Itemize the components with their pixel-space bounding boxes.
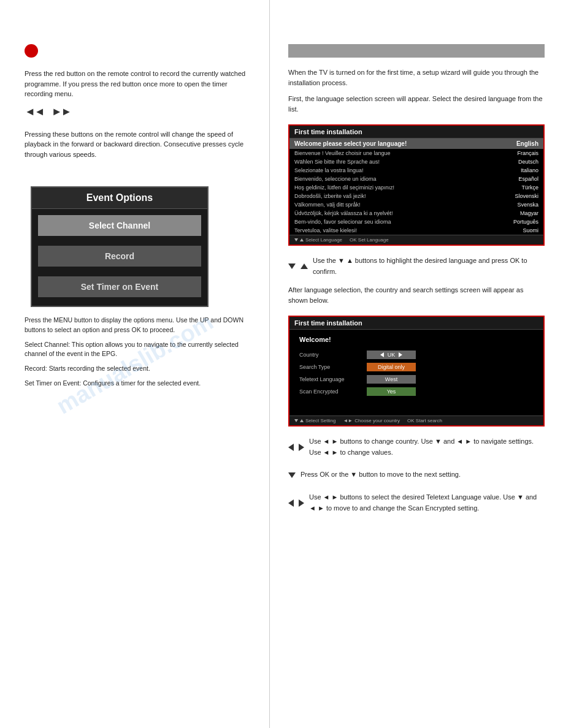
lang-prompt: Bienvenue ! Veuillez choisir une langue xyxy=(289,149,487,157)
list-item: Wählen Sie bitte Ihre Sprache aus! Deuts… xyxy=(289,157,543,166)
lang-prompt: Hoş geldiniz, lütfen dil seçiminizi yapı… xyxy=(289,183,487,192)
language-selection-screen: First time installation Welcome please s… xyxy=(288,124,545,246)
right-column: When the TV is turned on for the first t… xyxy=(270,0,563,728)
right-para3: After language selection, the country an… xyxy=(288,285,545,305)
footer-select-setting: Select Setting xyxy=(294,418,335,423)
nav-arrows-row-3: Press OK or the ▼ button to move to the … xyxy=(288,469,545,480)
lang-name: Svenska xyxy=(487,200,543,209)
lang-name: Deutsch xyxy=(487,157,543,166)
list-item: Dobrodošli, izberite vaš jezik! Slovensk… xyxy=(289,192,543,200)
nav-instruction-1: Use the ▼ ▲ buttons to highlight the des… xyxy=(313,256,545,277)
welcome-screen-footer: Select Setting ◄► Choose your country OK… xyxy=(289,415,543,425)
setting-row-country: Country UK xyxy=(299,351,534,359)
event-options-items: Select Channel Record Set Timer on Event xyxy=(32,209,207,306)
left-column: Press the red button on the remote contr… xyxy=(0,0,270,728)
footer-select-setting-label: Select Setting xyxy=(305,418,335,423)
right-intro-para2: First, the language selection screen wil… xyxy=(288,94,545,114)
list-item: Bem-vindo, favor selecionar seu idioma P… xyxy=(289,218,543,226)
lang-value-header: English xyxy=(487,138,543,149)
setting-row-teletext: Teletext Language West xyxy=(299,375,534,384)
page-container: Press the red button on the remote contr… xyxy=(0,0,563,728)
footer-select-label: Select Language xyxy=(305,237,342,243)
arrow-left-icon xyxy=(380,352,384,357)
footer-choose-country-label: Choose your country xyxy=(354,418,400,423)
lang-name: Français xyxy=(487,149,543,157)
list-item: Bienvenido, seleccione un idioma Español xyxy=(289,175,543,183)
lang-prompt: Wählen Sie bitte Ihre Sprache aus! xyxy=(289,157,487,166)
playback-controls: ◄◄ ►► xyxy=(25,105,251,118)
event-option-set-timer[interactable]: Set Timer on Event xyxy=(38,276,201,297)
setting-value-teletext[interactable]: West xyxy=(367,375,416,384)
nav-down-icon xyxy=(288,264,296,269)
lang-name: Italiano xyxy=(487,166,543,175)
list-item: Hoş geldiniz, lütfen dil seçiminizi yapı… xyxy=(289,183,543,192)
welcome-screen-body: Welcome! Country UK Search Type Digital … xyxy=(289,330,543,415)
nav-right-icon-2 xyxy=(299,499,304,507)
setting-label-country: Country xyxy=(299,352,367,358)
lang-prompt: Dobrodošli, izberite vaš jezik! xyxy=(289,192,487,200)
list-item: Välkommen, välj ditt språk! Svenska xyxy=(289,200,543,209)
right-header-bar xyxy=(288,44,545,58)
nav-arrows-row-4: Use ◄ ► buttons to select the desired Te… xyxy=(288,492,545,514)
arrow-up-icon xyxy=(300,419,304,422)
nav-arrows-row-2: Use ◄ ► buttons to change country. Use ▼… xyxy=(288,436,545,458)
nav-right-icon xyxy=(299,444,304,451)
event-options-title: Event Options xyxy=(32,188,207,209)
list-item: Selezionate la vostra lingua! Italiano xyxy=(289,166,543,175)
menu-instructions: Press the MENU button to display the opt… xyxy=(25,316,251,335)
lang-prompt: Bem-vindo, favor selecionar seu idioma xyxy=(289,218,487,226)
lang-prompt: Välkommen, välj ditt språk! xyxy=(289,200,487,209)
nav-instruction-4: Use ◄ ► buttons to select the desired Te… xyxy=(309,492,545,514)
setting-row-scan-encrypted: Scan Encrypted Yes xyxy=(299,387,534,396)
setting-row-search-type: Search Type Digital only xyxy=(299,363,534,371)
nav-instruction-2: Use ◄ ► buttons to change country. Use ▼… xyxy=(309,436,545,458)
playback-description: Pressing these buttons on the remote con… xyxy=(25,129,251,160)
setting-value-search-type[interactable]: Digital only xyxy=(367,363,416,371)
nav-left-icon-2 xyxy=(288,499,294,507)
event-options-box: Event Options Select Channel Record Set … xyxy=(31,186,209,307)
rewind-icon: ◄◄ xyxy=(25,105,44,118)
right-intro-para1: When the TV is turned on for the first t… xyxy=(288,67,545,88)
lang-screen-title: First time installation xyxy=(289,126,543,138)
set-timer-desc: Set Timer on Event: Configures a timer f… xyxy=(25,379,251,389)
lang-name: Türkçe xyxy=(487,183,543,192)
lang-prompt-header: Welcome please select your language! xyxy=(289,138,487,149)
list-item: Üdvözöljük, kérjük válassza ki a nyelvét… xyxy=(289,209,543,218)
event-option-record[interactable]: Record xyxy=(38,246,201,267)
footer-nav-arrows: Select Language xyxy=(294,237,342,243)
event-option-select-channel[interactable]: Select Channel xyxy=(38,215,201,236)
arrow-down-icon xyxy=(294,419,298,422)
setting-label-teletext: Teletext Language xyxy=(299,376,367,382)
lang-name: Slovenski xyxy=(487,192,543,200)
footer-choose-country: ◄► Choose your country xyxy=(343,418,400,423)
record-desc: Record: Starts recording the selected ev… xyxy=(25,364,251,374)
welcome-screen: First time installation Welcome! Country… xyxy=(288,316,545,427)
lang-prompt: Selezionate la vostra lingua! xyxy=(289,166,487,175)
list-item: Tervetuloa, valitse kielesi! Suomi xyxy=(289,226,543,235)
list-item: Bienvenue ! Veuillez choisir une langue … xyxy=(289,149,543,157)
footer-ok-item: OK Set Language xyxy=(350,237,389,243)
record-description: Press the red button on the remote contr… xyxy=(25,69,251,99)
lang-name: Español xyxy=(487,175,543,183)
select-channel-desc: Select Channel: This option allows you t… xyxy=(25,340,251,360)
nav-arrows-row-1: Use the ▼ ▲ buttons to highlight the des… xyxy=(288,256,545,277)
lang-prompt: Üdvözöljük, kérjük válassza ki a nyelvét… xyxy=(289,209,487,218)
arrow-up-icon xyxy=(300,238,304,241)
lang-name: Português xyxy=(487,218,543,226)
lang-name: Suomi xyxy=(487,226,543,235)
fastforward-icon: ►► xyxy=(52,105,71,118)
setting-value-country[interactable]: UK xyxy=(367,351,416,359)
nav-instruction-3: Press OK or the ▼ button to move to the … xyxy=(301,469,461,480)
lang-screen-footer: Select Language OK Set Language xyxy=(289,235,543,245)
setting-label-scan-encrypted: Scan Encrypted xyxy=(299,389,367,395)
lang-header-row: Welcome please select your language! Eng… xyxy=(289,138,543,149)
lang-prompt: Bienvenido, seleccione un idioma xyxy=(289,175,487,183)
arrow-down-icon xyxy=(294,238,298,241)
footer-ok-start: OK Start search xyxy=(407,418,442,423)
welcome-screen-title: First time installation xyxy=(289,317,543,330)
lang-name: Magyar xyxy=(487,209,543,218)
nav-down-icon-2 xyxy=(288,472,296,478)
nav-up-icon xyxy=(301,264,308,269)
setting-value-scan-encrypted[interactable]: Yes xyxy=(367,387,416,396)
footer-ok-label: OK Set Language xyxy=(350,237,389,243)
